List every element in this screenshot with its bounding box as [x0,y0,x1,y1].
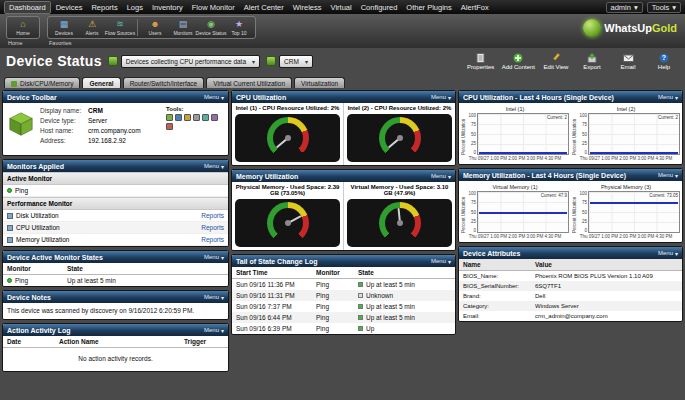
tab-virtual-current-utilization[interactable]: Virtual Current Utilization [206,77,292,88]
tool-icon[interactable] [211,114,218,121]
utilization-line [479,212,567,214]
quick-device-status[interactable]: ◉ Device Status [198,19,224,36]
nav-wireless[interactable]: Wireless [289,2,326,13]
nav-virtual[interactable]: Virtual [327,2,356,13]
nav-reports[interactable]: Reports [87,2,121,13]
active-monitor-row[interactable]: Ping [3,185,228,197]
monitor-name: Ping [15,277,28,284]
quick-devices[interactable]: ▦ Devices [51,19,77,36]
active-monitor-states-panel: Device Active Monitor StatesMenu▾ Monito… [2,250,229,287]
tool-icon[interactable] [184,114,191,121]
tool-icon[interactable] [202,114,209,121]
monitor-name: CPU Utilization [16,224,60,231]
attribute-value: 6SQ7TF1 [535,283,678,289]
status-up-icon [7,278,12,283]
help-label: Help [658,64,670,70]
tab-virtualization[interactable]: Virtualization [294,77,345,88]
attribute-row[interactable]: BIOS_SerialNumber:6SQ7TF1 [459,281,682,291]
monitor-cell: Ping [316,314,358,321]
chevron-down-icon: ▾ [634,3,638,12]
quick-alerts[interactable]: ⚠ Alerts [79,19,105,36]
tool-icon[interactable] [175,114,182,121]
tab-general[interactable]: General [82,77,120,88]
y-axis-ticks: 1007550250 [467,191,477,233]
state-log-row[interactable]: Sun 09/16 11:36 PMPingUp at least 5 min [232,279,455,290]
performance-monitor-row[interactable]: Disk UtilizationReports [3,210,228,222]
tab-router-switch-interface[interactable]: Router/Switch/Interface [123,77,205,88]
tool-icon[interactable] [166,114,173,121]
quick-top10[interactable]: ★ Top 10 [226,19,252,36]
quick-users[interactable]: ☻ Users [142,19,168,36]
tools-menu[interactable]: Tools▾ [647,2,681,13]
reports-link[interactable]: Reports [201,236,224,243]
attribute-row[interactable]: BIOS_Name:Phoenix ROM BIOS PLUS Version … [459,271,682,281]
panel-menu-button[interactable]: Menu▾ [204,254,224,261]
start-time-cell: Sun 09/16 11:36 PM [236,281,316,288]
nav-other-plugins[interactable]: Other Plugins [402,2,455,13]
help-button[interactable]: ? Help [649,52,679,70]
nav-logs[interactable]: Logs [123,2,147,13]
chevron-down-icon: ▾ [672,3,676,12]
state-cell: Unknown [366,292,393,299]
reports-link[interactable]: Reports [201,212,224,219]
tool-icon[interactable] [193,114,200,121]
favorites-group-caption: Favorites [47,40,256,46]
reports-link[interactable]: Reports [201,224,224,231]
tool-icon[interactable] [166,123,173,130]
whatsup-gold-app: Dashboard Devices Reports Logs Inventory… [0,0,685,400]
device-selector[interactable]: CRM▾ [266,55,313,68]
panel-menu-button[interactable]: Menu▾ [204,163,224,170]
edit-view-button[interactable]: Edit View [541,52,571,70]
panel-menu-button[interactable]: Menu▾ [431,173,451,180]
add-content-icon [513,52,524,63]
nav-alertfox[interactable]: AlertFox [457,2,493,13]
panel-title: Monitors Applied [7,163,64,170]
chart-title: Intel (1) [461,106,569,113]
attribute-row[interactable]: Brand:Dell [459,291,682,301]
attribute-row[interactable]: Email:crm_admin@company.com [459,311,682,321]
panel-menu-button[interactable]: Menu▾ [204,294,224,301]
state-log-row[interactable]: Sun 09/16 6:39 PMPingUp [232,323,455,334]
virtual-memory-gauge: Virtual Memory - Used Space: 3.10 GB (47… [344,182,455,250]
quick-monitors[interactable]: ▤ Monitors [170,19,196,36]
nav-dashboard[interactable]: Dashboard [4,1,51,14]
quick-home[interactable]: ⌂ Home [10,19,36,36]
field-label: Address: [40,136,88,146]
monitor-state-row[interactable]: Ping Up at least 5 min [3,275,228,286]
nav-configured[interactable]: Configured [357,2,402,13]
attribute-row[interactable]: Category:Windows Server [459,301,682,311]
monitor-name: Ping [15,187,28,194]
chart-plot-area: Current: 2 [477,113,569,155]
export-button[interactable]: Export [577,52,607,70]
performance-monitor-row[interactable]: Memory UtilizationReports [3,234,228,246]
quick-flow-sources[interactable]: ≋ Flow Sources [107,19,133,36]
panel-menu-button[interactable]: Menu▾ [204,94,224,101]
state-log-row[interactable]: Sun 09/16 6:44 PMPingUp at least 5 min [232,312,455,323]
device-group-selector[interactable]: Devices collecting CPU performance data▾ [108,55,260,68]
monitor-cell: Ping [316,292,358,299]
tab-disk-cpu-memory[interactable]: Disk/CPU/Memory [4,77,80,88]
gauge-caption: Virtual Memory - Used Space: 3.10 GB (47… [344,182,455,198]
panel-menu-button[interactable]: Menu▾ [658,250,678,257]
nav-devices[interactable]: Devices [52,2,87,13]
email-button[interactable]: Email [613,52,643,70]
state-log-row[interactable]: Sun 09/16 7:37 PMPingUp at least 5 min [232,301,455,312]
state-color-icon [358,304,363,309]
cpu-utilization-panel: CPU UtilizationMenu▾ Intel (1) - CPU Res… [231,90,456,166]
panel-menu-button[interactable]: Menu▾ [431,94,451,101]
state-log-row[interactable]: Sun 09/16 11:31 PMPingUnknown [232,290,455,301]
nav-flow-monitor[interactable]: Flow Monitor [188,2,239,13]
properties-button[interactable]: Properties [466,52,496,70]
panel-menu-button[interactable]: Menu▾ [658,172,678,179]
panel-title: Device Attributes [463,250,520,257]
add-content-button[interactable]: Add Content [502,52,535,70]
chart-icon [7,237,13,243]
panel-menu-button[interactable]: Menu▾ [431,258,451,265]
panel-menu-button[interactable]: Menu▾ [204,327,224,334]
nav-inventory[interactable]: Inventory [148,2,187,13]
performance-monitor-row[interactable]: CPU UtilizationReports [3,222,228,234]
nav-alert-center[interactable]: Alert Center [240,2,288,13]
quick-devices-label: Devices [55,30,73,36]
user-menu[interactable]: admin▾ [606,2,643,13]
panel-menu-button[interactable]: Menu▾ [658,94,678,101]
